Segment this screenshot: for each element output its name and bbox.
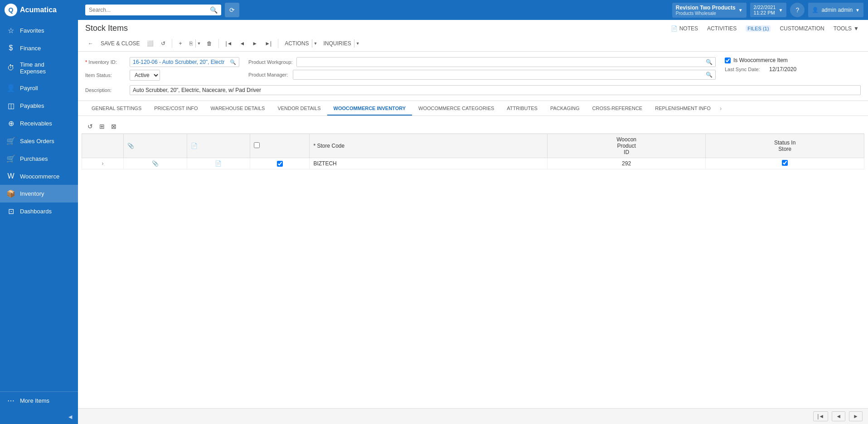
row-store-code: BIZTECH	[310, 158, 547, 169]
workgroup-search-icon[interactable]: 🔍	[703, 58, 715, 67]
tab-woo-inventory[interactable]: WOOCOMMERCE INVENTORY	[327, 102, 412, 116]
copy-menu[interactable]: ⎘ ▼	[187, 39, 203, 48]
product-workgroup-label: Product Workgroup:	[248, 59, 293, 65]
back-button[interactable]: ←	[85, 39, 96, 48]
page-title: Stock Items	[85, 24, 128, 33]
tab-vendor[interactable]: VENDOR DETAILS	[271, 102, 327, 116]
sidebar-item-time-expenses[interactable]: ⏱ Time and Expenses	[0, 57, 78, 79]
table-refresh-button[interactable]: ↺	[85, 121, 95, 131]
files-button[interactable]: FILES (1)	[744, 24, 772, 33]
sidebar-item-more[interactable]: ⋯ More Items	[0, 392, 78, 410]
company-selector[interactable]: Revision Two Products Products Wholesale…	[672, 3, 747, 18]
company-name-line1: Revision Two Products	[676, 5, 736, 11]
user-button[interactable]: 👤 admin admin ▼	[808, 3, 863, 17]
search-icon[interactable]: 🔍	[210, 6, 218, 14]
collapse-sidebar-button[interactable]: ◄	[67, 413, 73, 420]
inquiries-menu[interactable]: INQUIRIES ▼	[320, 39, 361, 48]
history-button[interactable]: ⟳	[225, 3, 239, 17]
app-name: Acumatica	[20, 6, 57, 14]
row-product-id: 292	[547, 158, 706, 169]
next-button[interactable]: ►	[249, 39, 260, 48]
inquiries-button[interactable]: INQUIRIES	[320, 39, 354, 48]
activities-button[interactable]: ACTIVITIES	[705, 24, 738, 33]
undo-button[interactable]: ↺	[158, 39, 168, 48]
sidebar-item-purchases[interactable]: 🛒 Purchases	[0, 150, 78, 168]
favorites-icon: ☆	[6, 26, 15, 35]
tabs-more-button[interactable]: ›	[717, 101, 725, 116]
select-all-checkbox[interactable]	[254, 142, 260, 148]
product-manager-input[interactable]	[293, 70, 703, 79]
company-chevron-icon: ▼	[738, 8, 743, 13]
tab-replenishment[interactable]: REPLENISHMENT INFO	[649, 102, 717, 116]
first-button[interactable]: |◄	[223, 39, 235, 48]
notes-label: NOTES	[679, 25, 698, 32]
last-button[interactable]: ►|	[262, 39, 274, 48]
copy-button[interactable]: ⎘	[187, 39, 195, 48]
sidebar-item-inventory[interactable]: 📦 Inventory	[0, 185, 78, 202]
col-header-store: * Store Code	[310, 134, 547, 158]
notes-button[interactable]: 📄 NOTES	[669, 24, 700, 33]
sidebar: ☆ Favorites $ Finance ⏱ Time and Expense…	[0, 20, 78, 424]
tab-price[interactable]: PRICE/COST INFO	[148, 102, 204, 116]
tab-woo-categories[interactable]: WOOCOMMERCE CATEGORIES	[412, 102, 500, 116]
sidebar-item-payroll[interactable]: 👤 Payroll	[0, 79, 78, 97]
product-manager-field[interactable]: 🔍	[293, 70, 716, 80]
copy-dropdown-arrow[interactable]: ▼	[195, 39, 203, 48]
footer-next-button[interactable]: ►	[849, 411, 863, 421]
search-bar[interactable]: 🔍	[85, 5, 221, 15]
sidebar-item-finance[interactable]: $ Finance	[0, 39, 78, 57]
sidebar-item-sales-orders[interactable]: 🛒 Sales Orders	[0, 132, 78, 150]
save-close-label: SAVE & CLOSE	[101, 40, 140, 47]
inquiries-chevron-icon[interactable]: ▼	[354, 39, 361, 48]
sidebar-item-receivables[interactable]: ⊕ Receivables	[0, 115, 78, 132]
manager-search-icon[interactable]: 🔍	[703, 70, 715, 79]
sidebar-item-favorites[interactable]: ☆ Favorites	[0, 22, 78, 39]
table-export-button[interactable]: ⊠	[109, 121, 119, 131]
tab-warehouse[interactable]: WAREHOUSE DETAILS	[204, 102, 272, 116]
customization-button[interactable]: CUSTOMIZATION	[778, 24, 826, 33]
description-label: Description:	[85, 87, 126, 93]
hold-button[interactable]: ⬜	[144, 39, 156, 48]
row-status-checkbox[interactable]	[782, 160, 788, 166]
actions-menu[interactable]: ACTIONS ▼	[282, 39, 319, 48]
page-actions-right: 📄 NOTES ACTIVITIES FILES (1) CUSTOMIZATI…	[669, 24, 861, 33]
row-status-in-store[interactable]	[706, 158, 864, 169]
tab-packaging[interactable]: PACKAGING	[544, 102, 586, 116]
page-footer: |◄ ◄ ►	[78, 408, 868, 424]
table-header-row: 📎 📄 * Store Code WooconProductID Status …	[82, 134, 864, 158]
product-workgroup-field[interactable]: 🔍	[296, 57, 716, 67]
sidebar-item-woocommerce[interactable]: W Woocommerce	[0, 168, 78, 185]
item-status-select[interactable]: Active	[130, 70, 160, 81]
description-input[interactable]	[130, 85, 861, 95]
woocommerce-icon: W	[6, 172, 15, 180]
sidebar-item-label: Sales Orders	[20, 138, 54, 145]
delete-button[interactable]: 🗑	[204, 39, 215, 48]
tools-button[interactable]: TOOLS ▼	[832, 24, 861, 33]
table-fit-button[interactable]: ⊞	[97, 121, 107, 131]
datetime-selector[interactable]: 2/22/2021 11:22 PM ▼	[750, 3, 787, 17]
sidebar-item-dashboards[interactable]: ⊡ Dashboards	[0, 202, 78, 220]
sidebar-item-payables[interactable]: ◫ Payables	[0, 97, 78, 115]
sidebar-item-label: Woocommerce	[20, 173, 59, 180]
prev-button[interactable]: ◄	[237, 39, 247, 48]
search-input[interactable]	[89, 7, 207, 13]
add-button[interactable]: +	[176, 39, 184, 48]
actions-button[interactable]: ACTIONS	[282, 39, 311, 48]
row-expand-button[interactable]: ›	[82, 158, 124, 169]
inventory-id-field[interactable]: 16-120-06 - Auto Scrubber, 20", Electr 🔍	[130, 57, 239, 67]
row-checkbox[interactable]	[250, 158, 310, 169]
footer-prev-button[interactable]: ◄	[832, 411, 845, 421]
product-workgroup-input[interactable]	[297, 58, 703, 67]
footer-first-button[interactable]: |◄	[813, 411, 828, 421]
inventory-id-search-icon[interactable]: 🔍	[230, 59, 236, 65]
row-select-checkbox[interactable]	[277, 161, 283, 167]
tab-attributes[interactable]: ATTRIBUTES	[500, 102, 544, 116]
actions-chevron-icon[interactable]: ▼	[312, 39, 319, 48]
time-expenses-icon: ⏱	[6, 64, 15, 72]
tab-cross-reference[interactable]: CROSS-REFERENCE	[586, 102, 649, 116]
help-button[interactable]: ?	[790, 3, 805, 17]
save-close-button[interactable]: SAVE & CLOSE	[98, 39, 142, 48]
activities-label: ACTIVITIES	[707, 25, 737, 32]
is-woocommerce-item-checkbox[interactable]	[725, 58, 731, 63]
tab-general[interactable]: GENERAL SETTINGS	[85, 102, 148, 116]
